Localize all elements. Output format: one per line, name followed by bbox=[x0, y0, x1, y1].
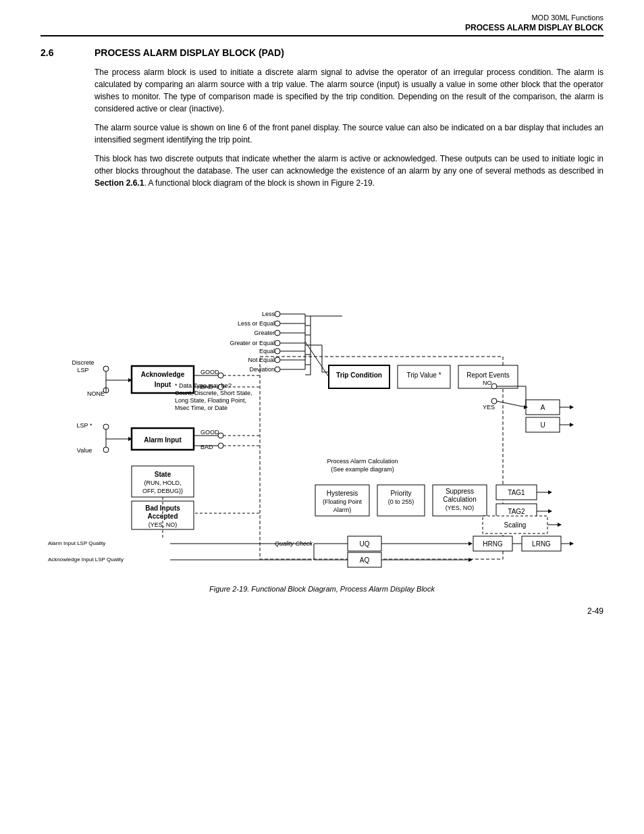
svg-text:Equal: Equal bbox=[259, 348, 275, 355]
svg-text:UQ: UQ bbox=[360, 540, 370, 548]
section-title-row: 2.6 PROCESS ALARM DISPLAY BLOCK (PAD) bbox=[41, 47, 603, 58]
svg-rect-25 bbox=[132, 366, 194, 393]
svg-text:Deviation: Deviation bbox=[249, 366, 275, 373]
svg-text:Scaling: Scaling bbox=[504, 521, 527, 529]
paragraph-2: The alarm source value is shown on line … bbox=[95, 122, 603, 146]
svg-text:YES: YES bbox=[483, 404, 495, 411]
svg-point-43 bbox=[103, 424, 109, 429]
svg-text:Greater: Greater bbox=[254, 330, 275, 336]
svg-point-129 bbox=[275, 367, 280, 372]
svg-text:Trip Condition: Trip Condition bbox=[336, 371, 382, 379]
svg-text:Long State, Floating Point,: Long State, Floating Point, bbox=[175, 397, 246, 404]
svg-line-138 bbox=[305, 342, 329, 377]
svg-text:Report Events: Report Events bbox=[466, 371, 509, 379]
paragraph-3: This block has two discrete outputs that… bbox=[95, 153, 603, 189]
svg-point-52 bbox=[218, 443, 223, 448]
svg-text:Alarm Input: Alarm Input bbox=[144, 436, 182, 444]
svg-text:Not Equal: Not Equal bbox=[248, 357, 275, 363]
svg-text:HRNG: HRNG bbox=[483, 540, 503, 548]
svg-text:Msec Time, or Date: Msec Time, or Date bbox=[175, 405, 227, 411]
svg-text:NO: NO bbox=[483, 380, 492, 386]
svg-text:OFF, DEBUG)): OFF, DEBUG)) bbox=[142, 488, 183, 494]
svg-text:U: U bbox=[540, 421, 545, 429]
svg-text:Less or Equal: Less or Equal bbox=[238, 320, 275, 327]
svg-text:Trip Value *: Trip Value * bbox=[406, 371, 441, 379]
svg-text:LSP *: LSP * bbox=[77, 422, 92, 429]
svg-text:Acknowledge: Acknowledge bbox=[141, 371, 185, 378]
page: MOD 30ML Functions PROCESS ALARM DISPLAY… bbox=[0, 0, 644, 834]
section-heading: PROCESS ALARM DISPLAY BLOCK (PAD) bbox=[95, 47, 284, 58]
svg-text:Greater or Equal: Greater or Equal bbox=[230, 340, 275, 346]
svg-text:Acknowledge Input LSP Quality: Acknowledge Input LSP Quality bbox=[48, 556, 124, 563]
svg-point-46 bbox=[103, 447, 109, 452]
svg-point-29 bbox=[103, 366, 109, 371]
svg-text:(YES, NO): (YES, NO) bbox=[446, 504, 475, 511]
svg-text:Suppress: Suppress bbox=[446, 488, 474, 495]
paragraph-1: The process alarm block is used to initi… bbox=[95, 66, 603, 115]
svg-text:GOOD: GOOD bbox=[200, 429, 219, 436]
svg-text:(0 to 255): (0 to 255) bbox=[388, 498, 414, 505]
svg-point-121 bbox=[275, 330, 280, 336]
svg-text:AQ: AQ bbox=[360, 556, 370, 564]
figure-caption: Figure 2-19. Functional Block Diagram, P… bbox=[41, 585, 603, 593]
svg-line-108 bbox=[497, 401, 526, 407]
svg-text:Alarm Input LSP Quality: Alarm Input LSP Quality bbox=[48, 540, 105, 546]
svg-text:TAG2: TAG2 bbox=[508, 508, 525, 515]
svg-point-117 bbox=[275, 311, 280, 317]
svg-text:LRNG: LRNG bbox=[532, 540, 551, 548]
svg-text:(Floating Point: (Floating Point bbox=[323, 498, 363, 505]
svg-text:Process Alarm Calculation: Process Alarm Calculation bbox=[327, 458, 398, 465]
svg-text:Discrete: Discrete bbox=[72, 359, 94, 366]
header-subtitle: PROCESS ALARM DISPLAY BLOCK bbox=[41, 23, 603, 36]
svg-text:LSP: LSP bbox=[77, 367, 88, 373]
svg-point-119 bbox=[275, 321, 280, 326]
svg-text:Value: Value bbox=[77, 447, 92, 454]
section-number: 2.6 bbox=[41, 47, 68, 58]
svg-text:GOOD: GOOD bbox=[200, 369, 219, 375]
svg-text:Alarm): Alarm) bbox=[333, 506, 352, 513]
svg-point-107 bbox=[491, 398, 497, 404]
svg-point-127 bbox=[275, 357, 280, 363]
header-top-right: MOD 30ML Functions bbox=[41, 14, 603, 22]
svg-text:Priority: Priority bbox=[390, 490, 411, 497]
svg-text:Input: Input bbox=[155, 381, 171, 388]
svg-text:NONE: NONE bbox=[87, 390, 105, 397]
svg-text:Hysteresis: Hysteresis bbox=[327, 490, 358, 497]
svg-text:BAD: BAD bbox=[200, 444, 213, 450]
page-number: 2-49 bbox=[41, 606, 603, 616]
svg-point-125 bbox=[275, 348, 280, 354]
svg-text:(See example diagram): (See example diagram) bbox=[331, 466, 394, 473]
svg-text:A: A bbox=[541, 404, 545, 411]
svg-point-102 bbox=[491, 384, 497, 389]
svg-text:Count, Discrete, Short State,: Count, Discrete, Short State, bbox=[175, 390, 252, 396]
svg-text:Calculation: Calculation bbox=[443, 496, 476, 503]
svg-text:TAG1: TAG1 bbox=[508, 489, 525, 496]
svg-text:State: State bbox=[155, 471, 171, 478]
svg-text:Less: Less bbox=[262, 311, 275, 317]
svg-text:BAD: BAD bbox=[200, 384, 213, 390]
svg-point-123 bbox=[275, 340, 280, 346]
svg-text:(RUN, HOLD,: (RUN, HOLD, bbox=[144, 479, 181, 486]
